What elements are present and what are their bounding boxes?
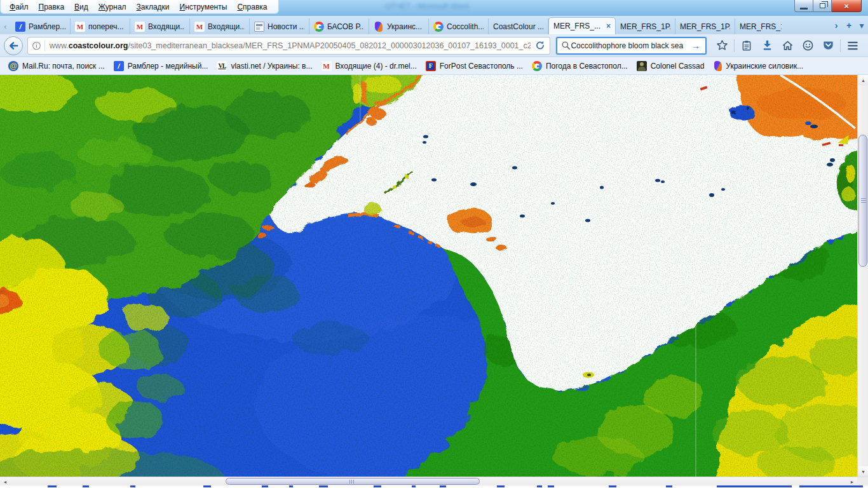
smiley-icon xyxy=(802,39,814,51)
gmail-icon: M xyxy=(322,61,332,71)
tab-mer-frs-active[interactable]: MER_FRS_... × xyxy=(548,17,616,34)
tab-bar: ‹ / Рамблер... M попереч... M Входящи...… xyxy=(0,16,868,34)
bookmarks-panel-button[interactable] xyxy=(736,36,757,55)
bookmark-gmail[interactable]: M Входящие (4) - dr.mel... xyxy=(317,59,421,73)
scrollbar-corner xyxy=(857,477,868,486)
bookmark-rambler[interactable]: / Рамблер - медийный... xyxy=(109,59,213,73)
chlorophyll-map-image xyxy=(0,75,857,477)
bookmark-pogoda[interactable]: Погода в Севастопол... xyxy=(527,59,632,73)
tab-gmail-3[interactable]: M Входящи... xyxy=(190,18,250,34)
bookmark-star-button[interactable] xyxy=(712,36,732,55)
list-all-tabs-button[interactable]: ▾ xyxy=(855,17,868,34)
toolbar-separator xyxy=(734,39,735,52)
menu-button[interactable] xyxy=(843,36,863,55)
vlasti-icon: VL xyxy=(217,61,227,71)
url-separator xyxy=(44,40,45,51)
menu-edit[interactable]: Правка xyxy=(34,1,70,13)
window-controls: × xyxy=(794,0,862,12)
menu-bookmarks[interactable]: Закладки xyxy=(132,1,175,13)
menu-view[interactable]: Вид xyxy=(69,1,93,13)
google-icon xyxy=(532,61,542,71)
home-icon xyxy=(782,39,794,51)
hamburger-icon xyxy=(846,39,859,52)
restore-button[interactable] xyxy=(813,0,832,12)
search-bar[interactable]: → xyxy=(556,37,707,55)
pocket-icon xyxy=(822,39,834,51)
info-icon[interactable] xyxy=(32,41,41,51)
bookmark-cassad[interactable]: Colonel Cassad xyxy=(632,59,709,73)
bookmark-mailru[interactable]: @ Mail.Ru: почта, поиск ... xyxy=(4,59,109,73)
menu-history[interactable]: Журнал xyxy=(93,1,132,13)
background-window-title: ОТЧЕТ - Microsoft Word xyxy=(351,2,503,11)
minimize-icon xyxy=(800,8,808,10)
clipboard-icon xyxy=(741,40,752,51)
toolbar-icons xyxy=(712,36,863,55)
page-content: ▲ ▼ xyxy=(0,75,868,477)
star-icon xyxy=(716,39,728,51)
gmail-icon: M xyxy=(75,22,85,32)
gmail-icon: M xyxy=(194,22,205,32)
rambler-icon: / xyxy=(114,61,124,71)
tab-coccolith[interactable]: Coccolith... xyxy=(429,18,489,34)
pocket-button[interactable] xyxy=(818,36,838,55)
download-arrow-icon xyxy=(761,39,773,51)
tab-news[interactable]: Новости ... xyxy=(250,18,309,34)
gmail-icon: M xyxy=(135,22,145,32)
minimize-button[interactable] xyxy=(794,0,813,12)
tab-gmail-2[interactable]: M Входящи... xyxy=(130,18,190,34)
close-tab-icon[interactable]: × xyxy=(604,22,611,30)
mailru-icon: @ xyxy=(8,61,18,71)
tab-rambler[interactable]: / Рамблер... xyxy=(11,18,71,34)
tabbar-controls: › + ▾ xyxy=(830,16,868,34)
horizontal-scrollbar[interactable]: ◄ ► xyxy=(0,477,868,485)
scroll-down-button[interactable]: ▼ xyxy=(858,466,868,477)
scrollbar-grip xyxy=(349,480,355,484)
forpost-icon: F xyxy=(426,61,436,71)
ukrnet-icon xyxy=(714,61,722,71)
tab-coastcolour[interactable]: CoastColour ... xyxy=(489,18,548,34)
bookmark-forpost[interactable]: F ForPost Севастополь ... xyxy=(421,59,527,73)
tab-mer-frs-2[interactable]: MER_FRS_1P... xyxy=(616,18,675,34)
toolbar-separator xyxy=(840,39,841,52)
close-button[interactable]: × xyxy=(832,0,862,12)
tab-mer-frs-3[interactable]: MER_FRS_1P... xyxy=(675,18,735,34)
google-icon xyxy=(433,22,444,32)
scroll-right-button[interactable]: ► xyxy=(847,477,857,486)
menu-help[interactable]: Справка xyxy=(232,1,272,13)
menu-bar: Файл Правка Вид Журнал Закладки Инструме… xyxy=(0,0,279,14)
url-text: www.coastcolour.org/site03_mediterranean… xyxy=(50,41,531,50)
restore-icon xyxy=(820,3,825,8)
tab-scroll-right-button[interactable]: › xyxy=(830,17,843,34)
search-input[interactable] xyxy=(571,41,690,50)
tab-gmail-1[interactable]: M попереч... xyxy=(71,18,130,34)
back-arrow-icon xyxy=(8,40,19,51)
tab-basov[interactable]: БАСОВ Р... xyxy=(309,18,369,34)
tab-mer-frs-4[interactable]: MER_FRS_1... xyxy=(735,18,786,34)
bookmark-ukr-siloviki[interactable]: Украинские силовик... xyxy=(709,59,808,73)
title-bar: ОТЧЕТ - Microsoft Word Файл Правка Вид Ж… xyxy=(0,0,868,16)
avatar-icon xyxy=(637,61,647,71)
tab-ukrainian[interactable]: Украинс... xyxy=(369,18,429,34)
downloads-button[interactable] xyxy=(757,36,777,55)
reload-icon[interactable] xyxy=(534,40,546,51)
bookmarks-bar: @ Mail.Ru: почта, поиск ... / Рамблер - … xyxy=(0,57,868,75)
tab-scroll-left-button[interactable]: ‹ xyxy=(0,18,11,34)
feedback-button[interactable] xyxy=(797,36,818,55)
vertical-scrollbar[interactable]: ▲ ▼ xyxy=(857,75,868,477)
scroll-up-button[interactable]: ▲ xyxy=(858,75,868,85)
vertical-scrollbar-thumb[interactable] xyxy=(858,135,867,267)
bookmark-vlasti[interactable]: VL vlasti.net / Украины: в... xyxy=(212,59,316,73)
horizontal-scrollbar-thumb[interactable] xyxy=(226,478,480,485)
back-button[interactable] xyxy=(4,36,23,55)
search-go-icon[interactable]: → xyxy=(690,41,702,51)
home-button[interactable] xyxy=(777,36,797,55)
cutoff-content-strip xyxy=(0,485,868,488)
menu-file[interactable]: Файл xyxy=(4,1,34,13)
scroll-left-button[interactable]: ◄ xyxy=(0,477,10,486)
rambler-icon: / xyxy=(15,22,25,32)
google-icon xyxy=(314,22,324,32)
new-tab-button[interactable]: + xyxy=(843,17,855,34)
navigation-bar: www.coastcolour.org/site03_mediterranean… xyxy=(0,34,868,57)
menu-tools[interactable]: Инструменты xyxy=(175,1,233,13)
address-bar[interactable]: www.coastcolour.org/site03_mediterranean… xyxy=(27,37,550,55)
